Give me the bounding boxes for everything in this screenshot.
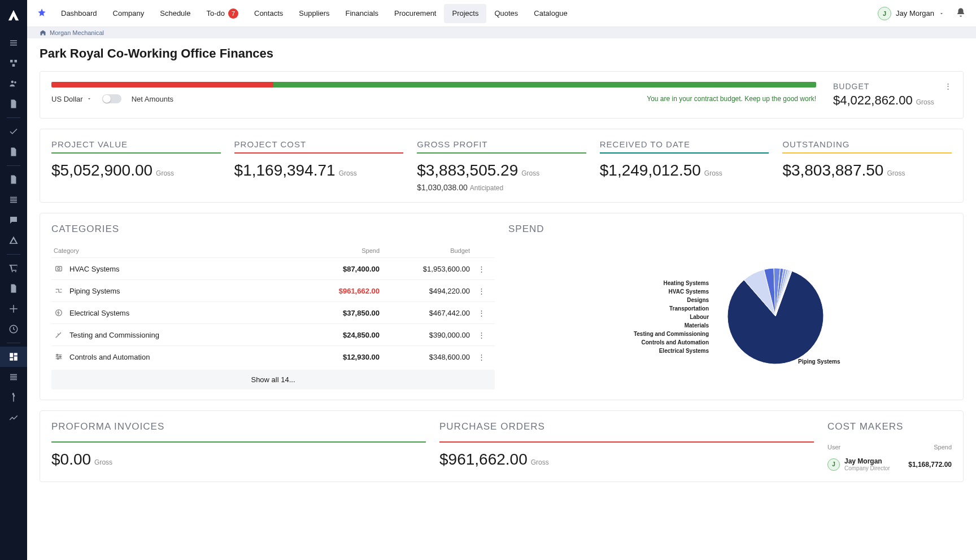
category-row[interactable]: HVAC Systems $87,400.00 $1,953,600.00 ⋮ — [51, 257, 495, 279]
svg-point-16 — [59, 356, 61, 358]
svg-point-3 — [11, 81, 14, 84]
sidebar-item-split[interactable] — [0, 299, 27, 319]
sidebar-item-cart[interactable] — [0, 258, 27, 278]
metric-project_value: PROJECT VALUE $5,052,900.00Gross — [51, 139, 221, 192]
chevron-down-icon — [86, 96, 92, 102]
row-menu-button[interactable]: ⋮ — [478, 353, 485, 361]
page-title: Park Royal Co-Working Office Finances — [27, 38, 976, 71]
sidebar-item-people[interactable] — [0, 73, 27, 94]
bell-icon[interactable] — [956, 7, 966, 19]
nav-tab-contacts[interactable]: Contacts — [246, 4, 291, 23]
user-avatar: J — [878, 7, 891, 20]
svg-point-5 — [12, 271, 13, 272]
hvac-icon — [54, 264, 64, 274]
testing-icon — [54, 330, 64, 340]
category-row[interactable]: Piping Systems $961,662.00 $494,220.00 ⋮ — [51, 279, 495, 301]
metric-received: RECEIVED TO DATE $1,249,012.50Gross — [600, 139, 769, 192]
svg-rect-1 — [15, 60, 18, 63]
app-sidebar — [0, 0, 27, 560]
proforma-value: $0.00 — [51, 450, 91, 469]
budget-menu-button[interactable]: ⋮ — [944, 82, 952, 90]
cm-header-spend: Spend — [934, 444, 952, 450]
sidebar-item-newdoc[interactable] — [0, 142, 27, 162]
pie-label: Designs — [687, 297, 709, 303]
budget-card: US Dollar Net Amounts You are in your co… — [40, 71, 964, 119]
show-all-button[interactable]: Show all 14... — [51, 370, 495, 390]
metric-project_cost: PROJECT COST $1,169,394.71Gross — [234, 139, 404, 192]
currency-select[interactable]: US Dollar — [51, 95, 92, 103]
pie-label: Materials — [685, 322, 709, 329]
svg-rect-0 — [10, 60, 13, 63]
nav-tab-quotes[interactable]: Quotes — [486, 4, 526, 23]
sidebar-item-money[interactable] — [0, 387, 27, 408]
sidebar-item-invoice[interactable] — [0, 278, 27, 299]
user-name-label: Jay Morgan — [896, 9, 934, 18]
nav-tab-projects[interactable]: Projects — [444, 4, 486, 23]
budget-progress-bar — [51, 82, 816, 88]
sidebar-item-dashboard[interactable] — [0, 347, 27, 367]
metrics-card: PROJECT VALUE $5,052,900.00Gross PROJECT… — [40, 129, 964, 203]
breadcrumb-company[interactable]: Morgan Mechanical — [50, 29, 104, 36]
pie-label: HVAC Systems — [669, 288, 709, 295]
sidebar-item-doc[interactable] — [0, 94, 27, 114]
pie-label: Heating Systems — [663, 280, 709, 286]
svg-rect-9 — [14, 353, 18, 356]
cat-header-category: Category — [54, 247, 300, 254]
row-menu-button[interactable]: ⋮ — [478, 287, 485, 295]
net-amounts-label: Net Amounts — [132, 95, 173, 103]
pie-big-label: Piping Systems — [798, 358, 840, 365]
cost-maker-row[interactable]: J Jay MorganCompany Director $1,168,772.… — [827, 453, 952, 471]
app-logo-icon — [7, 9, 20, 21]
pie-label: Controls and Automation — [641, 339, 709, 345]
sidebar-item-table[interactable] — [0, 367, 27, 387]
sidebar-item-org[interactable] — [0, 53, 27, 73]
sidebar-item-chat[interactable] — [0, 210, 27, 230]
metric-gross_profit: GROSS PROFIT $3,883,505.29Gross $1,030,0… — [417, 139, 586, 192]
svg-rect-2 — [12, 64, 15, 67]
svg-rect-10 — [14, 356, 18, 361]
user-menu[interactable]: J Jay Morgan — [878, 7, 944, 20]
category-row[interactable]: Controls and Automation $12,930.00 $348,… — [51, 345, 495, 368]
nav-tab-financials[interactable]: Financials — [338, 4, 387, 23]
cm-header-user: User — [827, 444, 840, 450]
svg-point-17 — [57, 358, 59, 360]
metric-outstanding: OUTSTANDING $3,803,887.50Gross — [782, 139, 952, 192]
sidebar-item-lines[interactable] — [0, 190, 27, 210]
star-icon[interactable] — [37, 8, 46, 19]
svg-point-15 — [56, 354, 58, 356]
svg-point-6 — [15, 271, 16, 272]
categories-title: CATEGORIES — [51, 224, 495, 235]
nav-tab-catalogue[interactable]: Catalogue — [526, 4, 575, 23]
budget-tag: Gross — [916, 98, 934, 106]
category-row[interactable]: Testing and Commissioning $24,850.00 $39… — [51, 323, 495, 345]
pie-label: Transportation — [669, 305, 709, 312]
sidebar-item-clock[interactable] — [0, 319, 27, 339]
row-menu-button[interactable]: ⋮ — [478, 331, 485, 339]
nav-tab-dashboard[interactable]: Dashboard — [53, 4, 105, 23]
sidebar-item-trend[interactable] — [0, 408, 27, 428]
net-amounts-toggle[interactable] — [102, 94, 121, 103]
category-row[interactable]: Electrical Systems $37,850.00 $467,442.0… — [51, 301, 495, 323]
row-menu-button[interactable]: ⋮ — [478, 309, 485, 317]
controls-icon — [54, 352, 64, 362]
svg-rect-8 — [10, 353, 13, 357]
nav-tab-company[interactable]: Company — [105, 4, 152, 23]
proforma-tag: Gross — [94, 458, 112, 466]
nav-tab-suppliers[interactable]: Suppliers — [291, 4, 337, 23]
top-nav: DashboardCompanyScheduleTo-do7ContactsSu… — [27, 0, 976, 27]
proforma-title: PROFORMA INVOICES — [51, 421, 426, 432]
budget-amount: $4,022,862.00 — [833, 93, 913, 108]
nav-tab-to-do[interactable]: To-do7 — [198, 4, 246, 23]
sidebar-item-check[interactable] — [0, 121, 27, 142]
po-tag: Gross — [531, 458, 549, 466]
pie-label: Testing and Commissioning — [634, 331, 709, 337]
chevron-down-icon — [939, 11, 944, 16]
sidebar-item-alert[interactable] — [0, 230, 27, 251]
nav-tab-schedule[interactable]: Schedule — [152, 4, 198, 23]
categories-spend-card: CATEGORIES Category Spend Budget HVAC Sy… — [40, 213, 964, 400]
sidebar-item-list[interactable] — [0, 33, 27, 53]
sidebar-item-doc2[interactable] — [0, 169, 27, 190]
nav-tab-procurement[interactable]: Procurement — [386, 4, 444, 23]
spend-title: SPEND — [508, 224, 952, 235]
row-menu-button[interactable]: ⋮ — [478, 265, 485, 273]
